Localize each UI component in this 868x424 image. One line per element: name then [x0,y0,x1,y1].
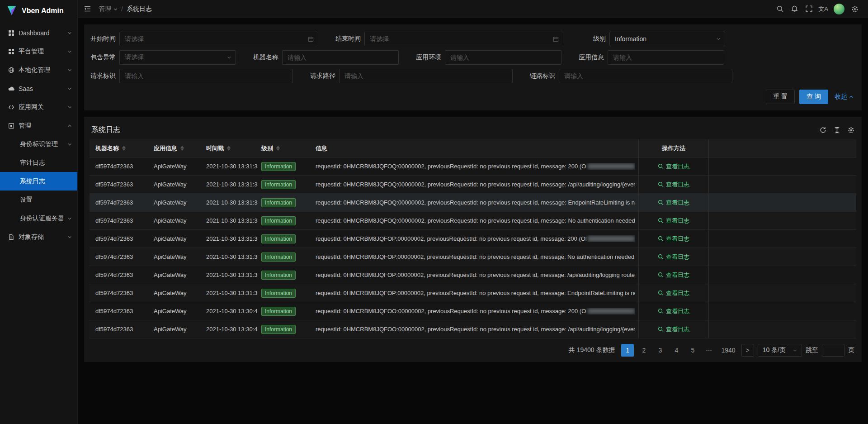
view-log-link[interactable]: 查看日志 [658,181,689,189]
sidebar-item-auth-server[interactable]: 身份认证服务器 [0,209,77,228]
start-time-input-field[interactable] [125,35,306,43]
app-logo[interactable]: Vben Admin [0,0,77,22]
column-header-5: 操作方法 [638,139,709,157]
sidebar-item-audit-logs[interactable]: 审计日志 [0,153,77,172]
app-environment-text-input[interactable] [445,50,561,65]
message-wrap: requestId: 0HMCRBM8JQFOQ:00000002, previ… [316,181,635,188]
column-header-label: 时间戳 [206,144,231,152]
column-header-0[interactable]: 机器名称 [90,139,150,157]
machine-name-text-input[interactable] [282,50,399,65]
app-info-cell: ApiGateWay [150,320,203,338]
message-wrap: requestId: 0HMCRBM8JQFOP:00000002, previ… [316,235,635,242]
end-time-date-picker[interactable] [364,32,563,46]
app-info-cell: ApiGateWay [150,302,203,320]
pagination-page-1940[interactable]: 1940 [719,344,737,357]
level-badge: Information [261,162,296,171]
level-cell: Information [258,176,312,193]
timestamp-cell: 2021-10-30 13:30:44 [203,320,258,338]
app-info-text-input[interactable] [608,50,724,65]
sort-carets-icon[interactable] [122,146,126,151]
sort-carets-icon[interactable] [180,146,184,151]
filter-field-label: 请求标识 [84,72,116,80]
notification-bell-icon[interactable] [788,0,801,18]
level-badge: Information [261,271,296,280]
table-row: df5974d72363ApiGateWay2021-10-30 13:31:3… [90,248,856,266]
user-avatar[interactable] [834,4,844,14]
message-cell: requestId: 0HMCRBM8JQFOP:00000002, previ… [312,266,638,284]
request-id-input-field[interactable] [125,72,281,80]
settings-gear-icon[interactable] [848,0,862,18]
request-path-input-field[interactable] [344,72,500,80]
sidebar-item-localization-management[interactable]: 本地化管理 [0,61,77,79]
gateway-icon [8,104,14,110]
level-cell: Information [258,302,312,320]
view-log-link[interactable]: 查看日志 [658,253,689,261]
view-log-link[interactable]: 查看日志 [658,289,689,297]
pagination-page-2[interactable]: 2 [637,344,650,357]
pagination-page-4[interactable]: 4 [670,344,683,357]
start-time-date-picker[interactable] [119,32,318,46]
app-info-input-field[interactable] [613,54,712,61]
view-log-label: 查看日志 [666,289,689,297]
pagination-next-button[interactable]: > [741,344,754,357]
sidebar-item-app-gateway[interactable]: 应用网关 [0,98,77,116]
request-path-text-input[interactable] [339,69,513,83]
collapse-link[interactable]: 收起 [835,93,854,101]
magnifier-icon [658,308,664,314]
table-horizontal-scrollbar[interactable]: 机器名称应用信息时间戳级别信息操作方法 df5974d72363ApiGateW… [90,139,856,338]
view-log-link[interactable]: 查看日志 [658,325,689,333]
menu-fold-icon[interactable] [80,0,94,18]
sidebar-item-dashboard[interactable]: Dashboard [0,24,77,42]
page-size-select[interactable]: 10 条/页 [758,344,802,357]
trace-id-input-field[interactable] [564,72,720,80]
column-header-2[interactable]: 时间戳 [203,139,258,157]
query-button[interactable]: 查 询 [799,90,828,104]
view-log-link[interactable]: 查看日志 [658,217,689,225]
sidebar-item-object-storage[interactable]: 对象存储 [0,228,77,246]
sidebar-item-saas[interactable]: Saas [0,79,77,98]
level-badge: Information [261,180,296,189]
column-header-1[interactable]: 应用信息 [150,139,203,157]
refresh-icon[interactable] [820,127,826,133]
request-id-text-input[interactable] [119,69,293,83]
column-settings-gear-icon[interactable] [848,127,854,133]
view-log-link[interactable]: 查看日志 [658,162,689,171]
end-time-input-field[interactable] [370,35,551,43]
pagination-page-3[interactable]: 3 [654,344,666,357]
sidebar-menu: Dashboard平台管理本地化管理Saas应用网关管理身份标识管理审计日志系统… [0,24,77,246]
sidebar-item-platform-management[interactable]: 平台管理 [0,42,77,61]
row-filler [709,157,856,175]
sort-carets-icon[interactable] [276,146,280,151]
sidebar-item-system-logs[interactable]: 系统日志 [0,172,77,191]
reset-button[interactable]: 重 置 [766,90,795,104]
column-header-3[interactable]: 级别 [258,139,312,157]
machine-name-cell: df5974d72363 [90,284,150,302]
table-row: df5974d72363ApiGateWay2021-10-30 13:31:3… [90,157,856,176]
sidebar-item-settings[interactable]: 设置 [0,191,77,209]
level-select[interactable]: Information [609,32,725,46]
view-log-link[interactable]: 查看日志 [658,307,689,315]
has-exception-select[interactable]: 请选择 [119,50,236,65]
pagination-page-5[interactable]: 5 [686,344,699,357]
search-icon[interactable] [773,0,787,18]
table-row: df5974d72363ApiGateWay2021-10-30 13:31:3… [90,176,856,194]
app-environment-input-field[interactable] [450,54,549,61]
view-log-link[interactable]: 查看日志 [658,271,689,279]
pagination-page-1[interactable]: 1 [621,344,634,357]
message-text: requestId: 0HMCRBM8JQFOQ:00000002, previ… [316,181,635,188]
level-badge: Information [261,198,296,207]
sidebar-item-identity-management[interactable]: 身份标识管理 [0,135,77,153]
fullscreen-icon[interactable] [802,0,816,18]
view-log-link[interactable]: 查看日志 [658,199,689,207]
breadcrumb-item-management[interactable]: 管理 [99,5,118,13]
column-height-icon[interactable] [834,127,840,133]
chevron-down-icon [67,68,72,72]
jump-page-input[interactable] [822,344,844,357]
view-log-link[interactable]: 查看日志 [658,235,689,243]
translate-icon[interactable]: 文A [816,0,830,18]
message-wrap: requestId: 0HMCRBM8JQFOQ:00000002, previ… [316,163,635,170]
machine-name-input-field[interactable] [288,54,387,61]
sidebar-item-management[interactable]: 管理 [0,116,77,135]
trace-id-text-input[interactable] [559,69,732,83]
sort-carets-icon[interactable] [227,146,231,151]
